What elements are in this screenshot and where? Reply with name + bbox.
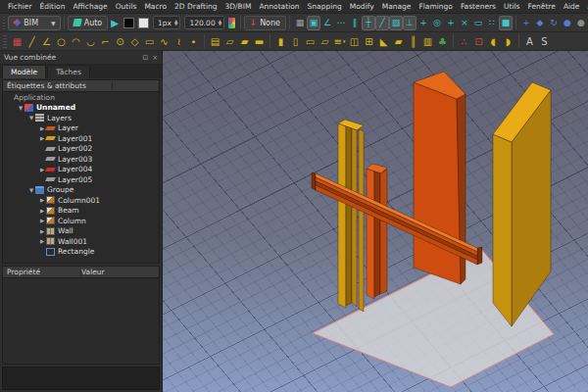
draft-polygon-icon[interactable]: ◇	[127, 33, 142, 49]
menu-dition[interactable]: Édition	[36, 2, 70, 11]
property-editor-body[interactable]	[2, 278, 160, 365]
bim-frame-icon[interactable]: ║	[406, 33, 420, 49]
bim-rebar-icon[interactable]: ≡▾	[332, 33, 347, 49]
bim-column-icon[interactable]: ▯	[288, 33, 303, 49]
autogroup-button[interactable]: Auto	[68, 16, 109, 30]
snap-dimensions-icon[interactable]: ∷	[485, 16, 499, 30]
snap-perpendicular-icon[interactable]: ⊥	[403, 16, 416, 30]
3d-viewport[interactable]	[163, 51, 588, 392]
menu-3d-bim[interactable]: 3D/BIM	[221, 2, 256, 11]
draft-point-icon[interactable]: ∙	[186, 33, 201, 49]
menu-accessories[interactable]: Accessories	[583, 2, 588, 11]
bim-views-icon[interactable]: ⊡	[471, 33, 486, 49]
expand-arrow-icon[interactable]: ▶	[38, 228, 46, 234]
tree-item-layer[interactable]: ▶Layer	[3, 123, 159, 134]
draft-circle-icon[interactable]: ○	[54, 33, 69, 49]
snap-intersection-icon[interactable]: +	[444, 16, 458, 30]
tree-item-column001[interactable]: ▶Column001	[3, 195, 159, 206]
menu-2d-drafting[interactable]: 2D Drafting	[171, 2, 220, 11]
menu-manage[interactable]: Manage	[378, 2, 416, 11]
draft-polyline-icon[interactable]: ∠	[39, 33, 54, 49]
snap-delete-icon[interactable]: ×	[458, 16, 471, 30]
menu-utils[interactable]: Utils	[500, 2, 524, 11]
draft-arc-icon[interactable]: ◠	[69, 33, 83, 49]
tree-item-layer001[interactable]: ▶Layer001	[3, 133, 159, 144]
snap-center-icon[interactable]: ◎	[430, 16, 444, 30]
draft-bezier-icon[interactable]: ≀	[172, 33, 186, 49]
expand-arrow-icon[interactable]: ▶	[38, 218, 46, 223]
view-pan-icon[interactable]: ◆	[533, 16, 547, 30]
collapse-arrow-icon[interactable]: ▼	[27, 187, 35, 193]
autogroup-none-button[interactable]: ↓ None	[244, 16, 286, 30]
snap-hatch-icon[interactable]: ▨	[389, 16, 403, 30]
column-flange-left[interactable]	[367, 169, 374, 299]
expand-arrow-icon[interactable]: ▶	[38, 238, 46, 244]
view-sphere-icon[interactable]: ●	[574, 16, 588, 30]
draft-arc-3points-icon[interactable]: ◡	[83, 33, 98, 49]
bim-beam-icon[interactable]: ▭	[303, 33, 318, 49]
draft-bspline-icon[interactable]: ∿	[157, 33, 172, 49]
collapse-arrow-icon[interactable]: ▼	[27, 115, 35, 121]
draft-ellipse-icon[interactable]: ⊙	[113, 33, 127, 49]
snap-parallel-icon[interactable]: ∥	[348, 16, 362, 30]
annotation-text-icon[interactable]: A	[522, 33, 537, 49]
view-zoom-in-icon[interactable]: +	[519, 16, 533, 30]
tree-item-unnamed[interactable]: ▼Unnamed	[3, 103, 159, 114]
snap-extension-icon[interactable]: ╱	[375, 16, 389, 30]
bim-site-icon[interactable]: ▱	[222, 33, 237, 49]
spinner-arrows-icon[interactable]: ▲▼	[219, 20, 221, 26]
bim-slab-icon[interactable]: ▱	[318, 33, 332, 49]
tree-item-layer003[interactable]: Layer003	[3, 154, 159, 165]
bim-wall-icon[interactable]: ▮	[273, 33, 288, 49]
tree-item-layers[interactable]: ▼Layers	[3, 113, 159, 123]
snap-special-icon[interactable]: ▭	[471, 16, 485, 30]
menu-affichage[interactable]: Affichage	[69, 2, 111, 11]
draft-rectangle-icon[interactable]: ▭	[142, 33, 157, 49]
tree-item-beam[interactable]: ▶Beam	[3, 206, 159, 217]
tree-item-application[interactable]: Application	[3, 92, 159, 103]
tree-item-layer004[interactable]: ▶Layer004	[3, 165, 159, 175]
menu-flamingo[interactable]: Flamingo	[415, 2, 457, 11]
bim-project-icon[interactable]: ▤	[208, 33, 222, 49]
menu-annotation[interactable]: Annotation	[255, 2, 303, 11]
column001-flange-left[interactable]	[338, 123, 346, 308]
menu-outils[interactable]: Outils	[112, 2, 141, 11]
column001-flange-strip[interactable]	[359, 129, 364, 312]
line-width-spinner[interactable]: 1px ▲▼	[153, 16, 180, 29]
snap-grid-intersection-icon[interactable]: ┼	[362, 16, 375, 30]
beam-endcap-right[interactable]	[477, 247, 482, 265]
column-web[interactable]	[374, 172, 380, 297]
float-panel-icon[interactable]: ⊡	[142, 54, 148, 62]
menu-modify[interactable]: Modify	[346, 2, 378, 11]
bim-vegetation-icon[interactable]: ♣	[435, 33, 450, 49]
menu-fasteners[interactable]: Fasteners	[457, 2, 500, 11]
menu-fen-tre[interactable]: Fenêtre	[524, 2, 560, 11]
menu-snapping[interactable]: Snapping	[304, 2, 346, 11]
column-flange-right[interactable]	[380, 170, 387, 294]
shape-from-text-icon[interactable]: S	[537, 33, 552, 49]
bim-level-icon[interactable]: ▬	[252, 33, 267, 49]
layer-manager-icon[interactable]	[228, 18, 234, 28]
text-scale-spinner[interactable]: 120.00 ▲▼	[184, 16, 224, 29]
bim-equipment-icon[interactable]: ◗	[501, 33, 515, 49]
collapse-arrow-icon[interactable]: ▼	[17, 105, 24, 111]
snap-grid-icon[interactable]: ▦	[293, 16, 307, 30]
wall001-left-face[interactable]	[493, 134, 512, 326]
bim-roof-icon[interactable]: ◣	[376, 33, 391, 49]
column001-web[interactable]	[346, 126, 352, 306]
spinner-arrows-icon[interactable]: ▲▼	[174, 20, 177, 26]
bim-window-icon[interactable]: ⊞	[362, 33, 376, 49]
bim-fence-icon[interactable]: ▥	[420, 33, 435, 49]
snap-midpoint-icon[interactable]: ⋯	[334, 16, 348, 30]
close-panel-icon[interactable]: ×	[152, 54, 158, 62]
tree-item-layer002[interactable]: Layer002	[3, 144, 159, 155]
menu-macro[interactable]: Macro	[140, 2, 171, 11]
draft-fillet-icon[interactable]: ⌐	[98, 33, 113, 49]
tree-item-layer005[interactable]: Layer005	[3, 174, 159, 185]
face-color-swatch[interactable]	[138, 18, 149, 28]
toolbar-handle[interactable]	[3, 35, 7, 48]
line-color-swatch[interactable]	[123, 18, 134, 28]
draft-line-icon[interactable]: ╱	[24, 33, 39, 49]
bim-door-icon[interactable]: ◫	[347, 33, 362, 49]
bim-ifc-elements-icon[interactable]: ∴	[457, 33, 471, 49]
